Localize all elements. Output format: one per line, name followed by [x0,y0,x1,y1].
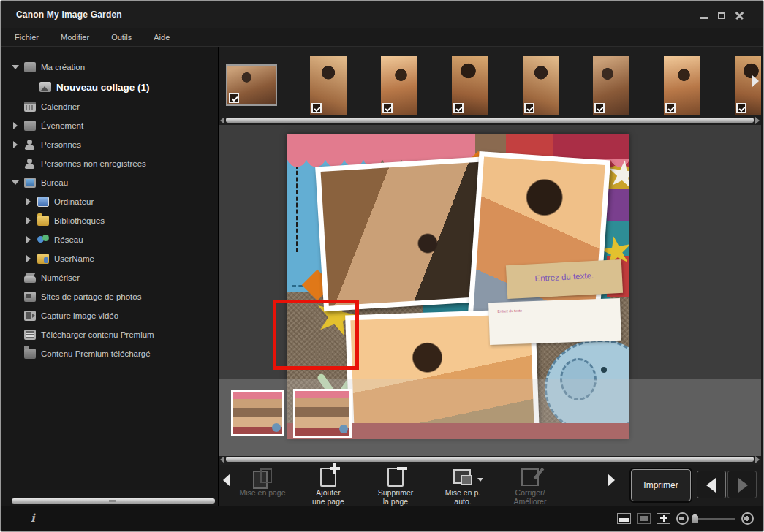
menu-modifier[interactable]: Modifier [61,33,89,42]
video-capture-icon [24,311,36,321]
page-thumbnail-1[interactable] [231,390,284,436]
sidebar-item-personnes-non-enregistrees[interactable]: Personnes non enregistrées [1,154,218,173]
sidebar-item-numeriser[interactable]: Numériser [1,268,218,287]
fit-screen-icon[interactable] [657,513,670,524]
user-folder-icon [37,254,49,264]
photo-thumbnail-3[interactable] [381,56,417,115]
menu-fichier[interactable]: Fichier [15,33,39,42]
sidebar-item-username[interactable]: UserName [1,249,218,268]
expander-right-icon[interactable] [12,141,19,148]
photo-thumbnail-5[interactable] [523,56,559,115]
libraries-icon [37,216,49,226]
expander-right-icon[interactable] [25,236,32,243]
list-view-icon[interactable] [617,513,631,524]
text-placeholder-large[interactable]: Entrez du texte. [506,259,623,299]
scrollbar-track[interactable] [226,118,754,123]
checkbox-checked-icon[interactable] [311,103,322,113]
scroll-right-icon[interactable] [755,117,760,124]
zoom-slider-thumb[interactable] [692,514,698,523]
checkbox-checked-icon[interactable] [736,103,746,113]
sidebar-item-label: Ordinateur [54,197,94,206]
premium-folder-icon [24,349,36,359]
layout-icon [253,468,272,486]
computer-icon [37,197,49,207]
sidebar-item-evenement[interactable]: Événement [1,116,218,135]
sidebar-item-capture-video[interactable]: Capture image vidéo [1,306,218,325]
pages-scrollbar[interactable] [220,456,760,463]
scanner-icon [24,276,36,283]
zoom-slider[interactable] [695,518,735,520]
delete-page-icon [387,468,404,487]
sidebar-item-calendrier[interactable]: Calendrier [1,97,218,116]
person-icon [24,140,36,150]
menu-aide[interactable]: Aide [154,33,170,42]
minimize-icon[interactable] [700,17,708,19]
sidebar-item-label: Réseau [54,235,83,244]
scroll-left-icon[interactable] [220,117,224,124]
print-button[interactable]: Imprimer [631,469,691,501]
sidebar-item-telecharger-premium[interactable]: Télécharger contenu Premium [1,325,218,344]
zoom-in-icon[interactable] [741,512,754,525]
sidebar-item-ordinateur[interactable]: Ordinateur [1,192,218,211]
checkbox-checked-icon[interactable] [229,93,239,103]
scrollbar-track[interactable] [226,457,754,462]
checkbox-checked-icon[interactable] [453,103,464,113]
filmstrip-next-icon[interactable] [752,75,759,87]
photo-thumbnail-1[interactable] [226,64,277,106]
dropdown-caret-icon[interactable] [477,478,483,482]
bottom-toolbar: Mise en page Ajouterune page Supprimerla… [219,465,761,506]
filmstrip-scrollbar[interactable] [220,117,760,123]
collage-awning [287,134,629,159]
sidebar-item-label: Calendrier [41,102,80,111]
event-icon [24,121,36,131]
sidebar-item-reseau[interactable]: Réseau [1,230,218,249]
checkbox-checked-icon[interactable] [382,103,393,113]
sidebar-horizontal-scrollbar[interactable] [12,498,215,503]
photo-thumbnail-2[interactable] [310,56,347,115]
expander-right-icon[interactable] [12,122,19,129]
page-next-button[interactable] [727,471,757,498]
sidebar-item-label: Personnes non enregistrées [41,159,146,168]
maximize-icon[interactable] [718,12,725,19]
add-page-button[interactable]: Ajouterune page [298,466,359,506]
delete-page-button[interactable]: Supprimerla page [365,466,426,506]
expander-down-icon[interactable] [12,179,19,186]
toolbar-prev-icon[interactable] [223,474,230,487]
layout-preview-canvas: Entrez du texte. Entrez du texte [219,125,761,456]
photo-thumbnail-7[interactable] [664,56,700,115]
menu-outils[interactable]: Outils [111,33,132,42]
checkbox-checked-icon[interactable] [524,103,534,113]
text-placeholder-small[interactable]: Entrez du texte [488,298,621,345]
sidebar-item-bureau[interactable]: Bureau [1,173,218,192]
sidebar-item-bibliotheques[interactable]: Bibliothèques [1,211,218,230]
photo-thumbnail-4[interactable] [452,56,488,115]
toolbar-next-icon[interactable] [608,474,615,487]
page-thumbnail-2[interactable] [293,389,352,438]
close-icon[interactable] [735,12,744,20]
photo-thumbnail-6[interactable] [593,56,629,115]
checkbox-checked-icon[interactable] [594,103,605,113]
sidebar-item-ma-creation[interactable]: Ma création [1,58,218,77]
checkbox-checked-icon[interactable] [665,103,676,113]
scroll-right-icon[interactable] [755,456,760,463]
auto-layout-button[interactable]: Mise en p.auto. [432,466,493,506]
source-filmstrip [219,48,761,117]
scroll-left-icon[interactable] [220,456,224,463]
expander-right-icon[interactable] [25,198,32,205]
sidebar-item-sites-partage[interactable]: Sites de partage de photos [1,287,218,306]
sidebar-item-personnes[interactable]: Personnes [1,135,218,154]
thumbnail-view-icon[interactable] [637,513,651,524]
layout-button[interactable]: Mise en page [232,466,293,497]
expander-right-icon[interactable] [25,217,32,224]
expander-right-icon[interactable] [25,255,32,262]
sidebar-item-nouveau-collage[interactable]: Nouveau collage (1) [1,77,218,97]
sidebar-item-contenu-premium[interactable]: Contenu Premium téléchargé [1,344,218,363]
expander-down-icon[interactable] [12,64,19,71]
page-prev-button[interactable] [697,471,726,498]
window-title: Canon My Image Garden [16,10,122,20]
status-bar: i [1,506,763,531]
correct-enhance-button[interactable]: Corriger/Améliorer [499,466,561,506]
auto-layout-icon [453,469,472,485]
info-icon[interactable]: i [31,512,35,525]
zoom-out-icon[interactable] [676,512,689,525]
